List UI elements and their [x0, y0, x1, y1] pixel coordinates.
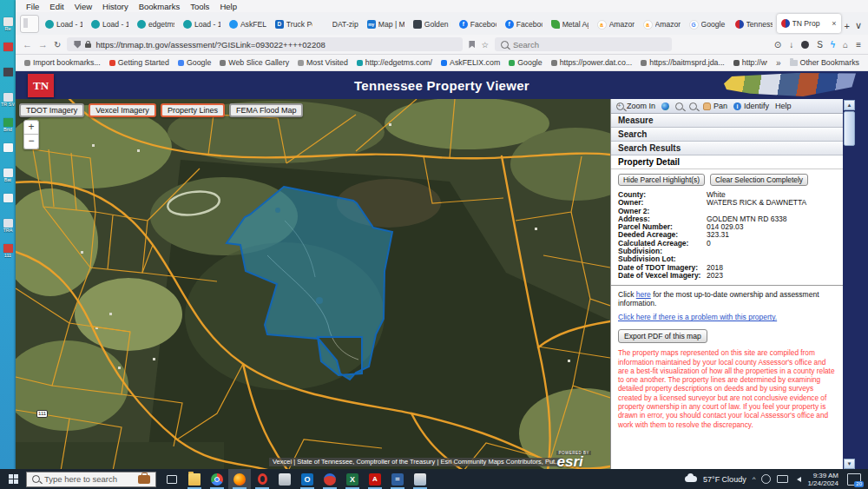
excel-button[interactable]: X	[341, 469, 364, 489]
scroll-up-icon[interactable]: ▲	[844, 100, 855, 110]
taskbar-clock[interactable]: 9:39 AM 1/24/2024	[807, 472, 838, 487]
browser-tab[interactable]: DTruck Post	[271, 16, 317, 33]
browser-tab[interactable]: TN Prop×	[777, 14, 841, 33]
keyboard-tray-icon[interactable]	[777, 475, 788, 483]
desktop-icon[interactable]: Bat	[0, 169, 16, 182]
new-tab-button[interactable]: +	[845, 21, 850, 31]
url-text[interactable]: https://tnmap.tn.gov/assessment/?GISLink…	[95, 40, 325, 50]
browser-tab[interactable]: Tennessee	[731, 16, 777, 33]
map-canvas[interactable]: TDOT ImageryVexcel ImageryProperty Lines…	[16, 99, 610, 469]
weather-cloud-icon[interactable]	[685, 476, 697, 482]
full-extent-icon[interactable]	[661, 102, 669, 110]
lightning-extension-icon[interactable]: ϟ	[831, 40, 835, 50]
browser-tab[interactable]: myMap | MyT	[363, 16, 409, 33]
browser-tab[interactable]: GGoogle	[685, 16, 731, 33]
desktop-icon[interactable]: Brid	[0, 118, 16, 132]
volume-icon[interactable]	[794, 477, 801, 482]
bookmark-item[interactable]: https://baitmsprd.jda...	[641, 58, 725, 67]
zoom-previous-icon[interactable]	[689, 102, 697, 110]
reload-button[interactable]: ↻	[54, 40, 61, 50]
menu-file[interactable]: File	[26, 2, 39, 11]
menu-icon[interactable]: ≡	[856, 40, 861, 50]
desktop-icon[interactable]	[0, 68, 16, 82]
property-detail-header[interactable]: Property Detail	[611, 155, 843, 169]
desktop-icon[interactable]	[0, 43, 16, 56]
assessment-info-link[interactable]: here	[636, 290, 651, 299]
url-bar[interactable]: https://tnmap.tn.gov/assessment/?GISLink…	[67, 37, 463, 51]
browser-tab[interactable]: AskFELIX.c	[225, 16, 271, 33]
task-view-button[interactable]	[161, 469, 183, 489]
bookmark-item[interactable]: Import bookmarks...	[24, 58, 101, 67]
bookmark-item[interactable]: Google	[178, 58, 211, 67]
lock-icon[interactable]	[85, 43, 91, 48]
toolbar-pan[interactable]: Pan	[703, 102, 727, 110]
menu-bookmarks[interactable]: Bookmarks	[139, 2, 181, 11]
forward-button[interactable]: →	[38, 40, 48, 50]
status-tray-icon[interactable]	[761, 474, 771, 484]
menu-view[interactable]: View	[75, 2, 92, 11]
bookmark-item[interactable]: Google	[509, 58, 542, 67]
page-scrollbar[interactable]: ▲ ▼	[843, 99, 856, 469]
bookmark-item[interactable]: Web Slice Gallery	[220, 58, 289, 67]
browser-tab[interactable]: fFacebook	[501, 16, 547, 33]
scrollbar-thumb[interactable]	[844, 111, 855, 146]
browser-tab[interactable]: DAT-zip-zone	[317, 16, 363, 33]
notification-center-icon[interactable]: 20	[847, 473, 861, 486]
bookmarks-overflow-button[interactable]: »	[776, 58, 781, 68]
layer-button-vexcel-imagery[interactable]: Vexcel Imagery	[89, 103, 156, 117]
export-pdf-button[interactable]: Export PDF of this map	[618, 329, 707, 343]
outlook-button[interactable]: O	[296, 469, 319, 489]
section-search-results[interactable]: Search Results	[611, 142, 843, 155]
ublock-icon[interactable]	[801, 41, 809, 49]
menu-history[interactable]: History	[102, 2, 128, 11]
menu-tools[interactable]: Tools	[190, 2, 209, 11]
desktop-icon[interactable]	[0, 194, 16, 208]
toolbar-help[interactable]: Help	[775, 102, 792, 110]
bookmark-item[interactable]: Most Visited	[298, 58, 348, 67]
firefox-button[interactable]	[228, 469, 251, 489]
desktop-icon[interactable]	[0, 143, 16, 157]
bookmark-item[interactable]: http://edgetms.com/	[357, 58, 432, 67]
download-icon[interactable]: ↓	[789, 40, 793, 50]
browser-tab[interactable]: Metal Agri	[547, 16, 593, 33]
zoom-window-icon[interactable]	[675, 102, 683, 110]
bookmark-item[interactable]: http://www.eia.gov/p...	[733, 58, 767, 67]
s-extension-icon[interactable]: S	[817, 40, 823, 50]
layer-button-tdot-imagery[interactable]: TDOT Imagery	[19, 103, 84, 117]
tracking-shield-icon[interactable]	[74, 41, 81, 49]
tray-expand-icon[interactable]: ^	[753, 475, 756, 483]
sidebar-bookmark-icon[interactable]	[469, 41, 475, 49]
bookmark-item[interactable]: Getting Started	[109, 58, 169, 67]
desktop-icon[interactable]: Re	[0, 17, 16, 31]
browser-tab[interactable]: fFacebook	[455, 16, 501, 33]
browser-tab[interactable]: Load - 125	[41, 16, 87, 33]
calculator-button[interactable]: =	[386, 469, 409, 489]
layer-button-property-lines[interactable]: Property Lines	[161, 103, 225, 117]
hide-parcel-highlight-button[interactable]: Hide Parcel Highlight(s)	[618, 174, 705, 186]
zoom-in-button[interactable]: +	[23, 120, 39, 135]
other-bookmarks-button[interactable]: Other Bookmarks	[790, 58, 859, 67]
opera-button[interactable]	[251, 469, 273, 489]
section-measure[interactable]: Measure	[611, 114, 843, 128]
firefox-view-icon[interactable]	[20, 15, 39, 33]
menu-help[interactable]: Help	[220, 2, 237, 11]
zoom-out-button[interactable]: −	[23, 135, 39, 149]
weather-label[interactable]: 57°F Cloudy	[703, 475, 746, 484]
desktop-icon[interactable]: TR SV	[0, 93, 16, 107]
pocket-icon[interactable]: ⊙	[774, 40, 781, 50]
menu-edit[interactable]: Edit	[49, 2, 63, 11]
browser-tab[interactable]: aAmazon.cc	[639, 16, 685, 33]
snip-tool-button[interactable]	[409, 469, 431, 489]
tab-close-icon[interactable]: ×	[832, 19, 836, 28]
desktop-icon[interactable]: TRA	[0, 219, 16, 233]
browser-tab[interactable]: edgetms.c	[133, 16, 179, 33]
layer-button-fema-flood-map[interactable]: FEMA Flood Map	[229, 103, 304, 117]
acrobat-button[interactable]: A	[364, 469, 386, 489]
bookmark-item[interactable]: https://power.dat.co...	[551, 58, 633, 67]
chrome-button[interactable]	[206, 469, 228, 489]
start-button[interactable]	[0, 469, 26, 489]
browser-search-field[interactable]: Search	[495, 37, 672, 51]
browser-tab[interactable]: Load - 125	[179, 16, 225, 33]
taskbar-search-box[interactable]: Type here to search	[26, 472, 156, 487]
toolbar-zoom-in[interactable]: Zoom In	[616, 102, 655, 110]
